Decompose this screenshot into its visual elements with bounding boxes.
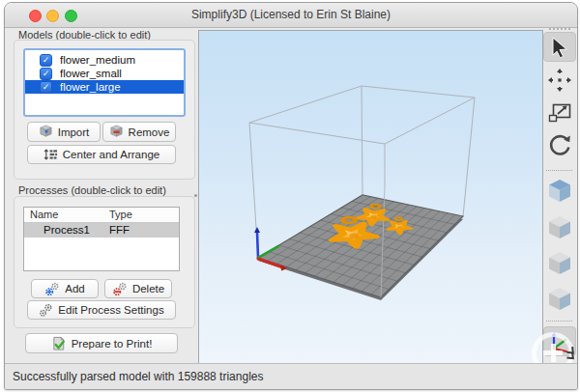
delete-label: Delete [132, 283, 164, 294]
edit-process-settings-button[interactable]: Edit Process Settings [27, 300, 176, 320]
toolbar-overflow-chevrons-icon[interactable] [564, 346, 577, 363]
column-type[interactable]: Type [109, 209, 132, 220]
window-title: Simplify3D (Licensed to Erin St Blaine) [5, 3, 577, 27]
import-button[interactable]: Import [27, 122, 101, 142]
scale-icon [547, 101, 572, 125]
model-name: flower_large [60, 81, 121, 93]
model-name: flower_medium [60, 54, 135, 66]
toolbar [542, 28, 578, 364]
column-name[interactable]: Name [30, 209, 58, 220]
process-type: FFF [109, 224, 130, 236]
viewport-3d[interactable] [198, 30, 543, 364]
process-name: Process1 [44, 224, 90, 236]
model-list-item[interactable]: flower_small [25, 67, 184, 80]
cube-gray-icon [547, 250, 572, 276]
title-bar[interactable]: Simplify3D (Licensed to Erin St Blaine) [5, 3, 577, 28]
prepare-to-print-label: Prepare to Print! [72, 338, 153, 350]
delete-process-button[interactable]: Delete [104, 279, 172, 298]
model-name: flower_small [60, 68, 122, 79]
gear-plus-icon [44, 282, 60, 296]
gears-icon [39, 303, 53, 318]
remove-button[interactable]: Remove [102, 122, 176, 142]
add-process-button[interactable]: Add [31, 279, 99, 298]
scale-tool-button[interactable] [543, 98, 576, 127]
process-row-selected[interactable]: Process1 FFF [24, 223, 179, 238]
checkbox-checked-icon[interactable] [40, 54, 52, 67]
status-bar: Successfully parsed model with 159888 tr… [5, 363, 577, 389]
add-label: Add [65, 283, 84, 294]
page-check-icon [51, 336, 67, 351]
checkbox-checked-icon[interactable] [40, 68, 52, 80]
processes-groupbox: Name Type Process1 FFF Add [14, 196, 195, 328]
status-message: Successfully parsed model with 159888 tr… [13, 370, 263, 383]
view-cube-iso-button[interactable] [543, 176, 576, 206]
box-plus-icon [39, 125, 53, 139]
edit-process-settings-label: Edit Process Settings [58, 304, 163, 316]
model-list[interactable]: flower_medium flower_small flower_large [23, 48, 186, 117]
move-tool-button[interactable] [543, 65, 576, 95]
arrange-icon [44, 148, 58, 161]
toolbar-separator [546, 321, 572, 322]
prepare-to-print-button[interactable]: Prepare to Print! [25, 333, 178, 353]
build-scene [199, 31, 542, 363]
splitter-handle[interactable] [194, 194, 197, 197]
cube-gray-icon [547, 214, 572, 240]
view-cube-1-button[interactable] [543, 212, 576, 242]
app-window: Simplify3D (Licensed to Erin St Blaine) … [4, 2, 578, 390]
import-label: Import [58, 126, 90, 138]
model-list-item[interactable]: flower_medium [25, 53, 184, 67]
center-arrange-label: Center and Arrange [63, 149, 160, 160]
checkbox-checked-icon[interactable] [40, 81, 52, 94]
box-minus-icon [109, 125, 124, 139]
processes-panel-label: Processes (double-click to edit) [18, 184, 166, 196]
process-table[interactable]: Name Type Process1 FFF [23, 207, 180, 271]
build-plate[interactable] [258, 195, 463, 300]
center-arrange-button[interactable]: Center and Arrange [27, 145, 176, 164]
cube-blue-icon [547, 178, 572, 204]
toolbar-drag-handle[interactable] [549, 28, 570, 30]
rotate-icon [547, 132, 572, 157]
gear-minus-icon [112, 282, 128, 296]
process-table-header[interactable]: Name Type [24, 208, 179, 223]
cursor-arrow-icon [549, 36, 570, 59]
model-list-item-selected[interactable]: flower_large [25, 80, 184, 94]
view-cube-2-button[interactable] [543, 248, 576, 278]
view-cube-3-button[interactable] [543, 284, 576, 314]
models-groupbox: flower_medium flower_small flower_large … [14, 40, 195, 180]
select-tool-button[interactable] [543, 32, 576, 62]
move-arrows-icon [547, 68, 572, 93]
toolbar-separator [546, 170, 572, 171]
remove-label: Remove [129, 126, 170, 138]
cube-gray-icon [547, 286, 572, 312]
rotate-tool-button[interactable] [543, 129, 576, 159]
